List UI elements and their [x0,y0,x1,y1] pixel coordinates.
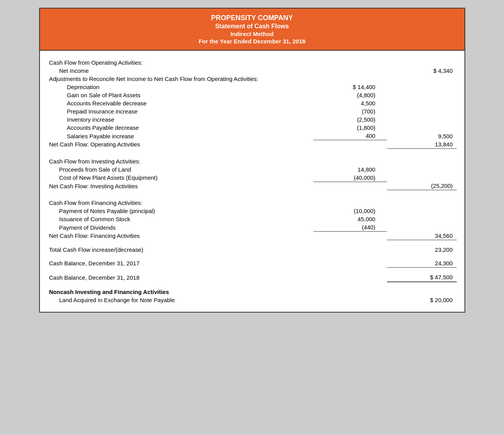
operating-net-cash-label: Net Cash Flow: Operating Activities [48,140,313,149]
item-label: Land Acquired in Exchange for Note Payab… [48,296,313,304]
item-mid: 45,000 [313,215,387,223]
item-label: Payment of Notes Payable (principal) [48,207,313,215]
adjustments-header-row: Adjustments to Reconcile Net Income to N… [48,75,457,83]
balance-2018-row: Cash Balance, December 31, 2018 $ 47,500 [48,273,457,282]
spacer [48,190,457,196]
operating-section-label: Cash Flow from Operating Activities: [48,55,313,67]
noncash-header-row: Noncash Investing and Financing Activiti… [48,288,457,296]
item-label: Accounts Payable decrease [48,124,313,132]
balance-2017-value: 24,300 [387,259,457,268]
noncash-section-label: Noncash Investing and Financing Activiti… [48,288,313,296]
item-label: Proceeds from Sale of Land [48,165,313,174]
item-label: Depreciation [48,83,313,91]
list-item: Proceeds from Sale of Land 14,800 [48,165,457,174]
financing-section-label: Cash Flow from Financing Activities: [48,196,313,207]
financing-net-cash-label: Net Cash Flow: Financing Activities [48,232,313,240]
list-item: Salaries Payable increase 400 9,500 [48,132,457,140]
list-item: Depreciation $ 14,400 [48,83,457,91]
total-cash-flow-value: 23,200 [387,246,457,254]
item-mid: (700) [313,107,387,115]
list-item: Prepaid Insurance increase (700) [48,107,457,115]
statement-container: PROPENSITY COMPANY Statement of Cash Flo… [39,8,465,313]
financing-net-cash-value: 34,560 [387,232,457,240]
item-label: Prepaid Insurance increase [48,107,313,115]
list-item: Gain on Sale of Plant Assets (4,800) [48,91,457,99]
item-mid: (2,500) [313,115,387,124]
item-label: Inventory increase [48,115,313,124]
operating-net-cash-row: Net Cash Flow: Operating Activities 13,8… [48,140,457,149]
statement-body: Cash Flow from Operating Activities: Net… [40,51,464,312]
spacer [48,254,457,259]
item-mid: (10,000) [313,207,387,215]
item-mid: (440) [313,223,387,232]
balance-2018-label: Cash Balance, December 31, 2018 [48,273,313,282]
total-cash-flow-row: Total Cash Flow increase/(decrease) 23,2… [48,246,457,254]
list-item: Land Acquired in Exchange for Note Payab… [48,296,457,304]
spacer [48,282,457,288]
list-item: Inventory increase (2,500) [48,115,457,124]
statement-title: Statement of Cash Flows [48,23,457,30]
operating-net-cash-value: 13,840 [387,140,457,149]
item-label: Salaries Payable increase [48,132,313,140]
investing-net-cash-label: Net Cash Flow: Investing Activities [48,182,313,190]
item-mid: 4,500 [313,99,387,107]
item-label: Gain on Sale of Plant Assets [48,91,313,99]
list-item: Cost of New Plant Assets (Equipment) (40… [48,174,457,182]
company-name: PROPENSITY COMPANY [48,14,457,22]
net-income-value: $ 4,340 [387,67,457,75]
investing-net-cash-row: Net Cash Flow: Investing Activities (25,… [48,182,457,190]
cash-flow-table: Cash Flow from Operating Activities: Net… [48,55,457,304]
operating-header-row: Cash Flow from Operating Activities: [48,55,457,67]
financing-net-cash-row: Net Cash Flow: Financing Activities 34,5… [48,232,457,240]
item-label: Issuance of Common Stock [48,215,313,223]
item-mid: (40,000) [313,174,387,182]
net-income-label: Net Income [48,67,313,75]
net-income-row: Net Income $ 4,340 [48,67,457,75]
investing-net-cash-value: (25,200) [387,182,457,190]
investing-header-row: Cash Flow from Investing Activities: [48,154,457,165]
spacer [48,148,457,154]
financing-header-row: Cash Flow from Financing Activities: [48,196,457,207]
item-label: Cost of New Plant Assets (Equipment) [48,174,313,182]
item-label: Payment of Dividends [48,223,313,232]
balance-2017-row: Cash Balance, December 31, 2017 24,300 [48,259,457,268]
investing-section-label: Cash Flow from Investing Activities: [48,154,313,165]
item-label: Accounts Receivable decrease [48,99,313,107]
balance-2017-label: Cash Balance, December 31, 2017 [48,259,313,268]
spacer [48,267,457,273]
item-mid: 14,800 [313,165,387,174]
item-mid: 400 [313,132,387,140]
list-item: Issuance of Common Stock 45,000 [48,215,457,223]
statement-date: For the Year Ended December 31, 2018 [48,38,457,45]
list-item: Payment of Notes Payable (principal) (10… [48,207,457,215]
balance-2018-value: $ 47,500 [387,273,457,282]
total-cash-flow-label: Total Cash Flow increase/(decrease) [48,246,313,254]
spacer [48,240,457,246]
adjustments-label: Adjustments to Reconcile Net Income to N… [48,75,313,83]
item-mid: (4,800) [313,91,387,99]
item-right: 9,500 [387,132,457,140]
list-item: Accounts Payable decrease (1,800) [48,124,457,132]
list-item: Payment of Dividends (440) [48,223,457,232]
item-mid: (1,800) [313,124,387,132]
header: PROPENSITY COMPANY Statement of Cash Flo… [40,9,464,51]
item-right: $ 20,000 [387,296,457,304]
list-item: Accounts Receivable decrease 4,500 [48,99,457,107]
item-mid: $ 14,400 [313,83,387,91]
statement-method: Indirect Method [48,31,457,37]
